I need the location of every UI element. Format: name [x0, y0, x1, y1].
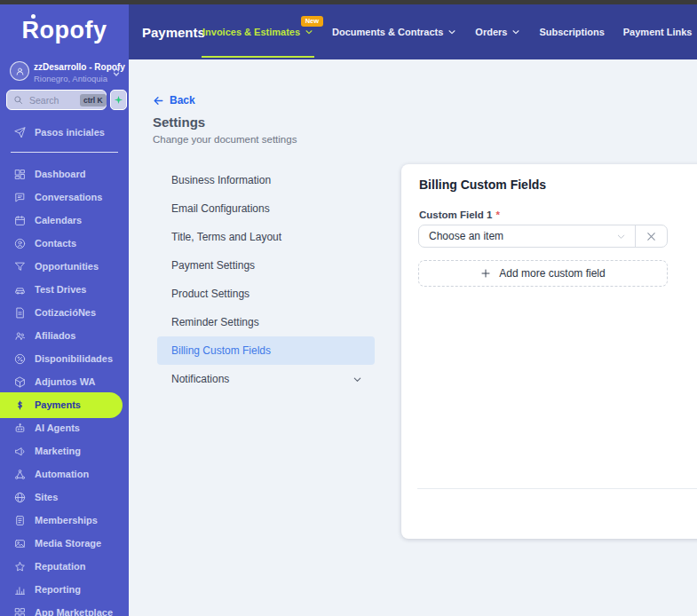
media-icon	[14, 538, 26, 549]
dashboard-icon	[14, 169, 26, 180]
topbar-tabs: Invoices & Estimates New Documents & Con…	[202, 4, 697, 59]
sidebar-item-automation[interactable]: Automation	[0, 462, 129, 486]
add-custom-field-button[interactable]: Add more custom field	[418, 260, 668, 287]
new-badge: New	[301, 16, 323, 27]
back-button[interactable]: Back	[153, 94, 195, 107]
automation-icon	[14, 469, 26, 480]
search-box[interactable]: ctrl K	[6, 90, 107, 110]
tab-subscriptions[interactable]: Subscriptions	[539, 4, 604, 59]
search-input[interactable]	[28, 94, 75, 107]
search-icon	[13, 92, 23, 108]
avatar	[10, 61, 29, 81]
menu-item-title-terms-layout[interactable]: Title, Terms and Layout	[157, 223, 375, 251]
chart-icon	[14, 584, 26, 596]
account-location: Rionegro, Antioquia	[34, 74, 107, 83]
topbar: Payments Invoices & Estimates New Docume…	[129, 4, 697, 59]
menu-item-reminder-settings[interactable]: Reminder Settings	[157, 308, 375, 336]
sidebar: Ropofy zzDesarrollo - Ropofy Rionegro, A…	[0, 4, 129, 616]
panel-footer-divider	[417, 488, 697, 489]
plus-icon	[480, 268, 491, 279]
funnel-icon	[14, 261, 26, 272]
menu-item-email-configurations[interactable]: Email Configurations	[157, 194, 375, 223]
megaphone-icon	[14, 446, 26, 457]
sidebar-item-ai-agents[interactable]: AI Agents	[0, 416, 129, 439]
availability-icon	[14, 353, 26, 365]
sidebar-item-marketing[interactable]: Marketing	[0, 439, 129, 462]
search-shortcut-badge: ctrl K	[80, 94, 107, 107]
document-icon	[14, 307, 26, 319]
memberships-icon	[14, 515, 26, 526]
sidebar-item-pasos-iniciales[interactable]: Pasos iniciales	[0, 121, 129, 144]
sidebar-item-payments[interactable]: Payments	[0, 392, 123, 418]
custom-field-label: Custom Field 1*	[419, 209, 500, 220]
people-icon	[14, 330, 26, 342]
tab-orders[interactable]: Orders	[475, 4, 520, 59]
chevron-down-icon	[616, 232, 626, 241]
chevron-down-icon	[305, 28, 313, 36]
tab-invoices-estimates[interactable]: Invoices & Estimates New	[202, 4, 313, 59]
chat-icon	[14, 192, 26, 203]
close-icon	[646, 231, 657, 242]
app-logo: Ropofy	[0, 17, 129, 44]
sidebar-item-memberships[interactable]: Memberships	[0, 509, 129, 532]
custom-field-select-group: Choose an item	[418, 225, 668, 248]
sidebar-item-disponibilidades[interactable]: Disponibilidades	[0, 347, 129, 370]
sidebar-item-contacts[interactable]: Contacts	[0, 232, 129, 255]
cube-icon	[14, 376, 26, 388]
back-arrow-icon	[153, 95, 164, 107]
sidebar-item-test-drives[interactable]: Test Drives	[0, 278, 129, 301]
sidebar-item-afiliados[interactable]: Afiliados	[0, 324, 129, 347]
sidebar-item-reputation[interactable]: Reputation	[0, 555, 129, 578]
star-icon	[14, 561, 26, 573]
car-icon	[14, 284, 26, 296]
menu-item-billing-custom-fields[interactable]: Billing Custom Fields	[157, 336, 375, 365]
chevron-updown-icon	[111, 66, 122, 82]
globe-icon	[14, 492, 26, 503]
chevron-down-icon	[352, 375, 362, 384]
dollar-icon	[14, 399, 26, 411]
sidebar-nav: Dashboard Conversations Calendars Contac…	[0, 162, 129, 616]
calendar-icon	[14, 215, 26, 226]
settings-menu: Business Information Email Configuration…	[157, 166, 375, 393]
sidebar-item-cotizaciones[interactable]: CotizacióNes	[0, 301, 129, 324]
panel-title: Billing Custom Fields	[419, 178, 546, 192]
sparkle-icon	[114, 95, 123, 105]
required-marker: *	[495, 209, 499, 220]
select-value: Choose an item	[419, 230, 616, 242]
sidebar-item-sites[interactable]: Sites	[0, 486, 129, 509]
sidebar-item-calendars[interactable]: Calendars	[0, 209, 129, 232]
menu-item-product-settings[interactable]: Product Settings	[157, 280, 375, 308]
window-top-strip	[0, 0, 697, 4]
account-switcher[interactable]: zzDesarrollo - Ropofy Rionegro, Antioqui…	[0, 59, 129, 86]
sidebar-item-app-marketplace[interactable]: App Marketplace	[0, 601, 129, 616]
page-section-title: Payments	[142, 4, 205, 59]
page-title: Settings	[153, 115, 205, 130]
chevron-down-icon	[448, 28, 456, 36]
main-content: Back Settings Change your document setti…	[129, 59, 697, 616]
sidebar-item-opportunities[interactable]: Opportunities	[0, 255, 129, 278]
logo-dot	[31, 14, 36, 19]
tab-payment-links[interactable]: Payment Links	[623, 4, 693, 59]
sidebar-item-conversations[interactable]: Conversations	[0, 186, 129, 209]
sidebar-item-adjuntos-wa[interactable]: Adjuntos WA	[0, 370, 129, 393]
menu-item-payment-settings[interactable]: Payment Settings	[157, 251, 375, 280]
sidebar-item-reporting[interactable]: Reporting	[0, 578, 129, 601]
sidebar-divider	[11, 152, 118, 153]
sidebar-item-media-storage[interactable]: Media Storage	[0, 532, 129, 555]
grid-icon	[14, 607, 26, 616]
contact-icon	[14, 238, 26, 249]
custom-field-select[interactable]: Choose an item	[419, 225, 635, 247]
menu-item-business-information[interactable]: Business Information	[157, 166, 375, 194]
clear-field-button[interactable]	[636, 225, 667, 247]
menu-item-notifications[interactable]: Notifications	[157, 365, 375, 393]
ai-sparkle-button[interactable]	[110, 90, 127, 110]
tab-documents-contracts[interactable]: Documents & Contracts	[332, 4, 456, 59]
chevron-down-icon	[511, 28, 520, 36]
rocket-icon	[14, 127, 26, 138]
robot-icon	[14, 423, 26, 434]
page-subtitle: Change your document settings	[153, 134, 297, 145]
billing-custom-fields-panel: Billing Custom Fields Custom Field 1* Ch…	[401, 164, 697, 539]
sidebar-item-dashboard[interactable]: Dashboard	[0, 162, 129, 186]
logo-text: Ropofy	[22, 17, 107, 43]
